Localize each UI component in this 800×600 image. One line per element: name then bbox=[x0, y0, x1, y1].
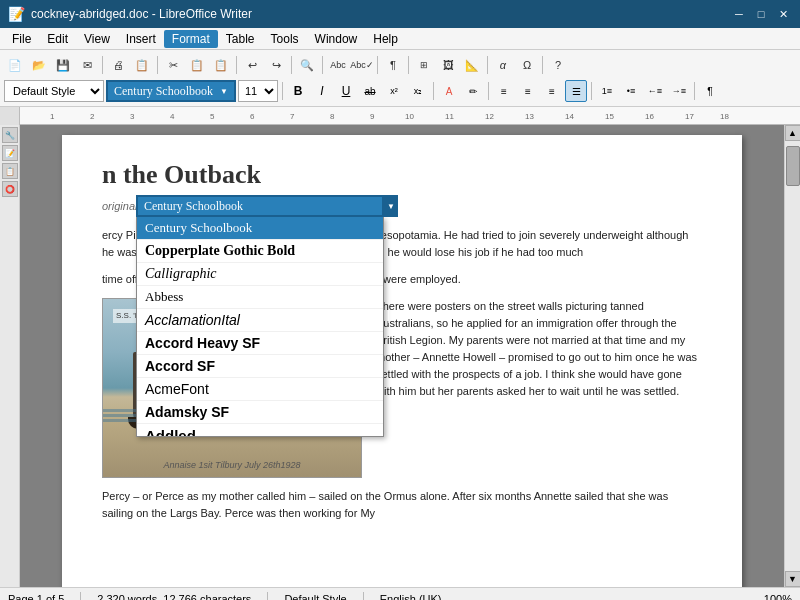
statusbar: Page 1 of 5 2,320 words, 12,766 characte… bbox=[0, 587, 800, 600]
minimize-button[interactable]: ─ bbox=[730, 5, 748, 23]
font-list-item-calligraphic[interactable]: Calligraphic bbox=[137, 263, 383, 286]
menu-tools[interactable]: Tools bbox=[263, 30, 307, 48]
paste-button[interactable]: 📋 bbox=[210, 54, 232, 76]
find-button[interactable]: 🔍 bbox=[296, 54, 318, 76]
undo-button[interactable]: ↩ bbox=[241, 54, 263, 76]
font-list-item-century[interactable]: Century Schoolbook bbox=[137, 217, 383, 240]
align-justify-button[interactable]: ☰ bbox=[565, 80, 587, 102]
outdent-button[interactable]: ←≡ bbox=[644, 80, 666, 102]
font-name-display: Century Schoolbook bbox=[114, 84, 220, 99]
toolbar-separator-8 bbox=[487, 56, 488, 74]
sidebar-btn-1[interactable]: 🔧 bbox=[2, 127, 18, 143]
status-sep-1 bbox=[80, 592, 81, 601]
font-list-item-addled[interactable]: Addled bbox=[137, 424, 383, 437]
font-dropdown-overlay[interactable]: Century Schoolbook | ▼ Century Schoolboo… bbox=[136, 195, 398, 437]
indent-button[interactable]: →≡ bbox=[668, 80, 690, 102]
autocorrect-button[interactable]: Abc✓ bbox=[351, 54, 373, 76]
menu-window[interactable]: Window bbox=[307, 30, 366, 48]
font-dropdown-arrow-btn[interactable]: ▼ bbox=[384, 195, 398, 217]
toolbar-separator-6 bbox=[377, 56, 378, 74]
subscript-button[interactable]: x₂ bbox=[407, 80, 429, 102]
highlight-button[interactable]: ✏ bbox=[462, 80, 484, 102]
font-list-item-accord-heavy[interactable]: Accord Heavy SF bbox=[137, 332, 383, 355]
menu-format[interactable]: Format bbox=[164, 30, 218, 48]
strikethrough-button[interactable]: ab bbox=[359, 80, 381, 102]
copy-button[interactable]: 📋 bbox=[186, 54, 208, 76]
redo-button[interactable]: ↪ bbox=[265, 54, 287, 76]
maximize-button[interactable]: □ bbox=[752, 5, 770, 23]
bold-button[interactable]: B bbox=[287, 80, 309, 102]
image-button[interactable]: 🖼 bbox=[437, 54, 459, 76]
menu-insert[interactable]: Insert bbox=[118, 30, 164, 48]
menu-view[interactable]: View bbox=[76, 30, 118, 48]
sidebar-btn-4[interactable]: ⭕ bbox=[2, 181, 18, 197]
menu-table[interactable]: Table bbox=[218, 30, 263, 48]
table-button[interactable]: ⊞ bbox=[413, 54, 435, 76]
paragraph-style-dropdown[interactable]: Default Style bbox=[4, 80, 104, 102]
bullets-button[interactable]: •≡ bbox=[620, 80, 642, 102]
spellcheck-button[interactable]: Abc bbox=[327, 54, 349, 76]
underline-button[interactable]: U bbox=[335, 80, 357, 102]
font-name-dropdown[interactable]: Century Schoolbook ▼ bbox=[106, 80, 236, 102]
scroll-track[interactable] bbox=[785, 141, 801, 571]
numbering-button[interactable]: 1≡ bbox=[596, 80, 618, 102]
svg-text:3: 3 bbox=[130, 112, 135, 121]
menu-edit[interactable]: Edit bbox=[39, 30, 76, 48]
ruler-corner bbox=[0, 107, 20, 125]
sidebar-btn-2[interactable]: 📝 bbox=[2, 145, 18, 161]
scroll-down-button[interactable]: ▼ bbox=[785, 571, 801, 587]
draw-button[interactable]: 📐 bbox=[461, 54, 483, 76]
align-center-button[interactable]: ≡ bbox=[517, 80, 539, 102]
toolbar-separator-5 bbox=[322, 56, 323, 74]
special-char-button[interactable]: Ω bbox=[516, 54, 538, 76]
svg-text:6: 6 bbox=[250, 112, 255, 121]
svg-text:13: 13 bbox=[525, 112, 534, 121]
document-content-area[interactable]: n the Outback original text by Annette P… bbox=[20, 125, 784, 587]
save-button[interactable]: 💾 bbox=[52, 54, 74, 76]
font-list-item-abbess[interactable]: Abbess bbox=[137, 286, 383, 309]
scroll-thumb[interactable] bbox=[786, 146, 800, 186]
font-list-item-adamsky[interactable]: Adamsky SF bbox=[137, 401, 383, 424]
nonprint-button[interactable]: ¶ bbox=[382, 54, 404, 76]
pdf-button[interactable]: 📋 bbox=[131, 54, 153, 76]
help-button[interactable]: ? bbox=[547, 54, 569, 76]
align-left-button[interactable]: ≡ bbox=[493, 80, 515, 102]
formula-button[interactable]: α bbox=[492, 54, 514, 76]
font-list[interactable]: Century Schoolbook Copperplate Gothic Bo… bbox=[136, 217, 384, 437]
svg-text:10: 10 bbox=[405, 112, 414, 121]
italic-button[interactable]: I bbox=[311, 80, 333, 102]
font-list-item-copperplate[interactable]: Copperplate Gothic Bold bbox=[137, 240, 383, 263]
font-list-item-acme[interactable]: AcmeFont bbox=[137, 378, 383, 401]
scroll-up-button[interactable]: ▲ bbox=[785, 125, 801, 141]
font-list-item-accord[interactable]: Accord SF bbox=[137, 355, 383, 378]
main-toolbar: 📄 📂 💾 ✉ 🖨 📋 ✂ 📋 📋 ↩ ↪ 🔍 Abc Abc✓ ¶ ⊞ 🖼 📐… bbox=[4, 52, 796, 78]
font-size-dropdown[interactable]: 11 89101214 bbox=[238, 80, 278, 102]
font-input-box[interactable]: Century Schoolbook | bbox=[136, 195, 384, 217]
cut-button[interactable]: ✂ bbox=[162, 54, 184, 76]
svg-text:5: 5 bbox=[210, 112, 215, 121]
page-title: n the Outback bbox=[102, 155, 702, 194]
menu-file[interactable]: File bbox=[4, 30, 39, 48]
font-list-item-acclamation[interactable]: AcclamationItal bbox=[137, 309, 383, 332]
titlebar: 📝 cockney-abridged.doc - LibreOffice Wri… bbox=[0, 0, 800, 28]
paragraph-button[interactable]: ¶ bbox=[699, 80, 721, 102]
new-button[interactable]: 📄 bbox=[4, 54, 26, 76]
sidebar-btn-3[interactable]: 📋 bbox=[2, 163, 18, 179]
ruler-container: 1 2 3 4 5 6 7 8 9 10 11 12 13 14 15 16 1… bbox=[0, 107, 800, 125]
close-button[interactable]: ✕ bbox=[774, 5, 792, 23]
align-right-button[interactable]: ≡ bbox=[541, 80, 563, 102]
svg-text:8: 8 bbox=[330, 112, 335, 121]
email-button[interactable]: ✉ bbox=[76, 54, 98, 76]
font-color-button[interactable]: A bbox=[438, 80, 460, 102]
open-button[interactable]: 📂 bbox=[28, 54, 50, 76]
status-sep-3 bbox=[363, 592, 364, 601]
fmt-sep-5 bbox=[694, 82, 695, 100]
superscript-button[interactable]: x² bbox=[383, 80, 405, 102]
main-area: 🔧 📝 📋 ⭕ n the Outback original text by A… bbox=[0, 125, 800, 587]
toolbar-separator-1 bbox=[102, 56, 103, 74]
menu-help[interactable]: Help bbox=[365, 30, 406, 48]
print-preview-button[interactable]: 🖨 bbox=[107, 54, 129, 76]
toolbar-separator-4 bbox=[291, 56, 292, 74]
svg-text:14: 14 bbox=[565, 112, 574, 121]
fmt-sep-2 bbox=[433, 82, 434, 100]
